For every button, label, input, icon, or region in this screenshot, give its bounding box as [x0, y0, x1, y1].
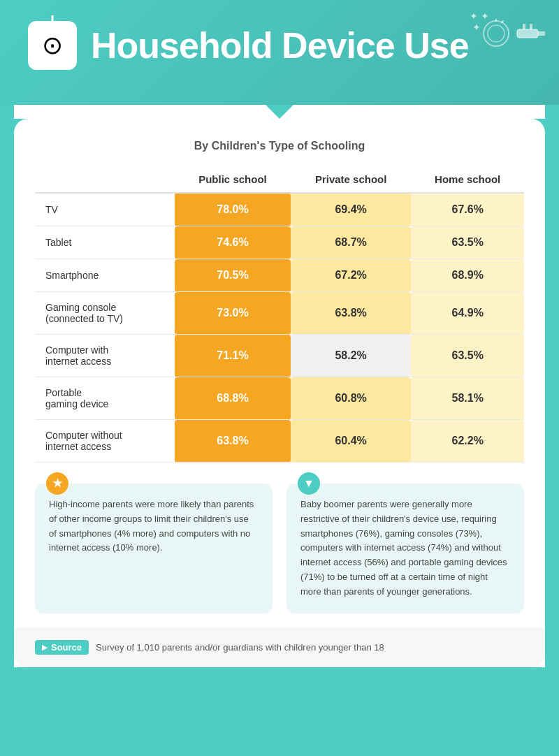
table-row: Tablet74.6%68.7%63.5% [35, 226, 524, 259]
notes-section: ★ High-income parents were more likely t… [35, 484, 524, 613]
private-cell: 58.2% [291, 335, 411, 377]
device-icon: ⊙ [28, 21, 77, 70]
table-row: TV78.0%69.4%67.6% [35, 193, 524, 226]
home-cell: 64.9% [411, 292, 524, 335]
svg-rect-0 [517, 29, 538, 38]
private-cell: 63.8% [291, 292, 411, 335]
device-cell: Computer withinternet access [35, 335, 175, 377]
public-cell: 71.1% [175, 335, 291, 377]
table-row: Smartphone70.5%67.2%68.9% [35, 259, 524, 292]
public-cell: 68.8% [175, 377, 291, 420]
device-cell: TV [35, 193, 175, 226]
table-row: Portablegaming device68.8%60.8%58.1% [35, 377, 524, 420]
home-cell: 68.9% [411, 259, 524, 292]
source-text: Survey of 1,010 parents and/or guardians… [96, 642, 384, 653]
svg-point-5 [488, 25, 504, 42]
svg-rect-3 [530, 24, 532, 29]
source-section: Source Survey of 1,010 parents and/or gu… [14, 627, 545, 667]
device-cell: Portablegaming device [35, 377, 175, 420]
note-text-1: High-income parents were more likely tha… [49, 497, 259, 555]
table-row: Computer withinternet access71.1%58.2%63… [35, 335, 524, 377]
public-cell: 78.0% [175, 193, 291, 226]
col-header-public: Public school [175, 166, 291, 193]
data-table: Public school Private school Home school… [35, 166, 524, 463]
bottom-background [14, 667, 545, 695]
device-cell: Smartphone [35, 259, 175, 292]
source-badge: Source [35, 640, 89, 655]
private-cell: 68.7% [291, 226, 411, 259]
note-text-2: Baby boomer parents were generally more … [300, 497, 510, 599]
table-row: Computer withoutinternet access63.8%60.4… [35, 420, 524, 463]
table-subtitle: By Children's Type of Schooling [35, 140, 524, 152]
public-cell: 74.6% [175, 226, 291, 259]
page-header: ✦ ✦ ✦ ⊙ Household Device Use [0, 0, 559, 105]
home-cell: 63.5% [411, 226, 524, 259]
device-cell: Computer withoutinternet access [35, 420, 175, 463]
private-cell: 60.4% [291, 420, 411, 463]
main-content-card: By Children's Type of Schooling Public s… [14, 119, 545, 667]
col-header-private: Private school [291, 166, 411, 193]
private-cell: 69.4% [291, 193, 411, 226]
note-box-2: ▼ Baby boomer parents were generally mor… [286, 484, 524, 613]
plug-decoration [482, 14, 545, 62]
svg-rect-2 [523, 24, 525, 29]
svg-rect-1 [538, 31, 545, 36]
table-header-row: Public school Private school Home school [35, 166, 524, 193]
svg-line-7 [502, 21, 503, 22]
device-cell: Tablet [35, 226, 175, 259]
private-cell: 67.2% [291, 259, 411, 292]
down-icon: ▼ [298, 472, 320, 495]
home-cell: 67.6% [411, 193, 524, 226]
device-cell: Gaming console(connected to TV) [35, 292, 175, 335]
public-cell: 63.8% [175, 420, 291, 463]
note-box-1: ★ High-income parents were more likely t… [35, 484, 273, 613]
home-cell: 63.5% [411, 335, 524, 377]
col-header-device [35, 166, 175, 193]
table-row: Gaming console(connected to TV)73.0%63.8… [35, 292, 524, 335]
page-title: Household Device Use [91, 24, 469, 66]
col-header-home: Home school [411, 166, 524, 193]
public-cell: 73.0% [175, 292, 291, 335]
private-cell: 60.8% [291, 377, 411, 420]
public-cell: 70.5% [175, 259, 291, 292]
home-cell: 62.2% [411, 420, 524, 463]
star-icon: ★ [46, 472, 68, 495]
home-cell: 58.1% [411, 377, 524, 420]
